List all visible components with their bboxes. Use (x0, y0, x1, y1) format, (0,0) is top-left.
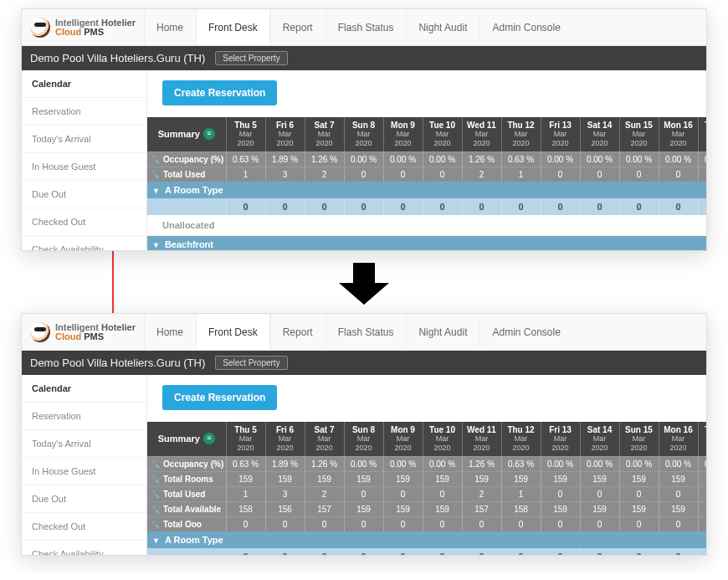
summary-cell: 159 (501, 471, 541, 486)
caret-down-icon: ▼ (152, 187, 160, 195)
availability-cell: 0 (383, 548, 423, 556)
nav-tab-admin-console[interactable]: Admin Console (479, 9, 572, 45)
nav-tab-flash-status[interactable]: Flash Status (326, 314, 407, 350)
date-header: Thu 12Mar2020 (501, 422, 541, 456)
availability-cell: 0 (619, 198, 659, 215)
summary-cell: 158 (226, 501, 265, 516)
nav-tab-admin-console[interactable]: Admin Console (479, 314, 572, 350)
nav-tab-night-audit[interactable]: Night Audit (406, 314, 479, 350)
date-header: Tue 17Mar2020 (698, 117, 706, 151)
date-header: Sun 8Mar2020 (344, 117, 383, 151)
summary-cell: 0 (462, 516, 501, 531)
logo-icon (30, 18, 50, 38)
sidebar-item-calendar[interactable]: Calendar (22, 375, 146, 403)
date-header: Sat 7Mar2020 (305, 117, 344, 151)
create-reservation-button[interactable]: Create Reservation (162, 80, 277, 105)
nav-tab-report[interactable]: Report (270, 9, 326, 45)
availability-cell: 0 (462, 548, 501, 556)
summary-cell: 2 (305, 486, 344, 501)
sidebar-item-today-s-arrival[interactable]: Today's Arrival (22, 126, 146, 153)
unallocated-row: Unallocated (147, 215, 706, 236)
date-header: Tue 17Mar2020 (698, 422, 706, 456)
sidebar-item-check-availability[interactable]: Check Availability (22, 236, 146, 251)
availability-cell: 0 (619, 548, 659, 556)
summary-cell: 159 (580, 471, 619, 486)
summary-toggle-cell[interactable]: Summary ≡ (147, 117, 226, 151)
summary-cell: 0.63 % (501, 456, 541, 471)
summary-cell: 0 (423, 167, 462, 182)
date-header: Wed 11Mar2020 (462, 117, 501, 151)
date-header: Mon 9Mar2020 (383, 422, 423, 456)
summary-cell: 159 (698, 501, 706, 516)
section-header-beachfront[interactable]: ▼Beachfront (147, 235, 706, 251)
sidebar-item-reservation[interactable]: Reservation (22, 403, 146, 430)
summary-cell: 0.00 % (619, 456, 659, 471)
sidebar-item-check-availability[interactable]: Check Availability (22, 541, 146, 556)
summary-cell: 0 (580, 167, 619, 182)
availability-cell: 0 (462, 198, 501, 215)
summary-cell: 1 (501, 167, 541, 182)
availability-cell: 0 (580, 198, 619, 215)
sidebar-item-due-out[interactable]: Due Out (22, 485, 146, 513)
summary-toggle-cell[interactable]: Summary ≡ (147, 422, 226, 456)
nav-tab-report[interactable]: Report (270, 314, 326, 350)
summary-cell: 159 (265, 471, 305, 486)
summary-cell: 0 (226, 516, 265, 531)
summary-row-label: 🔧Total Used (147, 167, 226, 182)
sidebar-item-in-house-guest[interactable]: In House Guest (22, 153, 146, 181)
summary-cell: 2 (462, 167, 501, 182)
nav-tab-night-audit[interactable]: Night Audit (406, 9, 479, 45)
date-header: Mon 9Mar2020 (383, 117, 423, 151)
create-reservation-button[interactable]: Create Reservation (162, 385, 277, 410)
summary-cell: 159 (305, 471, 344, 486)
summary-cell: 0.00 % (423, 151, 462, 167)
sidebar-item-calendar[interactable]: Calendar (22, 70, 146, 98)
summary-expand-icon[interactable]: ≡ (203, 433, 215, 444)
summary-cell: 1.26 % (462, 151, 501, 167)
section-header-a-room-type[interactable]: ▼A Room Type (147, 531, 706, 548)
nav-tab-home[interactable]: Home (144, 314, 196, 350)
main-nav: HomeFront DeskReportFlash StatusNight Au… (144, 314, 573, 350)
date-header: Sun 15Mar2020 (619, 117, 659, 151)
sidebar-item-due-out[interactable]: Due Out (22, 181, 146, 208)
summary-cell: 0 (619, 516, 659, 531)
sidebar-item-today-s-arrival[interactable]: Today's Arrival (22, 430, 146, 458)
summary-cell: 0 (698, 516, 706, 531)
summary-cell: 0 (344, 516, 383, 531)
select-property-button[interactable]: Select Property (215, 356, 287, 370)
logo-icon (30, 322, 50, 342)
nav-tab-flash-status[interactable]: Flash Status (326, 9, 407, 45)
summary-cell: 0.00 % (580, 456, 619, 471)
nav-tab-home[interactable]: Home (144, 9, 196, 45)
date-header: Fri 6Mar2020 (265, 117, 305, 151)
summary-cell: 0.00 % (344, 151, 383, 167)
summary-row-label: 🔧Total Used (147, 486, 226, 501)
sidebar-item-in-house-guest[interactable]: In House Guest (22, 458, 146, 485)
availability-cell: 0 (383, 198, 423, 215)
caret-down-icon: ▼ (152, 536, 160, 545)
summary-expand-icon[interactable]: ≡ (203, 128, 215, 140)
nav-tab-front-desk[interactable]: Front Desk (196, 9, 270, 45)
wrench-icon: 🔧 (151, 156, 160, 164)
sidebar-item-checked-out[interactable]: Checked Out (22, 208, 146, 236)
summary-row-label: 🔧Occupancy (%) (147, 456, 226, 471)
brand-logo: Intelligent Hotelier Cloud PMS (22, 322, 144, 342)
summary-cell: 0 (580, 486, 619, 501)
sidebar-item-reservation[interactable]: Reservation (22, 98, 146, 126)
summary-cell: 2 (462, 486, 501, 501)
nav-tab-front-desk[interactable]: Front Desk (196, 314, 270, 350)
select-property-button[interactable]: Select Property (215, 51, 287, 65)
section-header-a-room-type[interactable]: ▼A Room Type (147, 182, 706, 198)
sidebar-item-checked-out[interactable]: Checked Out (22, 513, 146, 541)
availability-cell: 0 (305, 198, 344, 215)
screenshot-before: Intelligent Hotelier Cloud PMS HomeFront… (21, 8, 707, 251)
topbar: Intelligent Hotelier Cloud PMS HomeFront… (22, 9, 706, 46)
availability-cell: 0 (698, 548, 706, 556)
summary-row-occupancy-: 🔧Occupancy (%)0.63 %1.89 %1.26 %0.00 %0.… (147, 151, 706, 167)
summary-cell: 0.00 % (344, 456, 383, 471)
summary-cell: 0 (541, 516, 580, 531)
arrow-down-icon (339, 263, 389, 305)
summary-cell: 0 (659, 516, 698, 531)
availability-cell: 0 (541, 198, 580, 215)
summary-cell: 159 (619, 471, 659, 486)
